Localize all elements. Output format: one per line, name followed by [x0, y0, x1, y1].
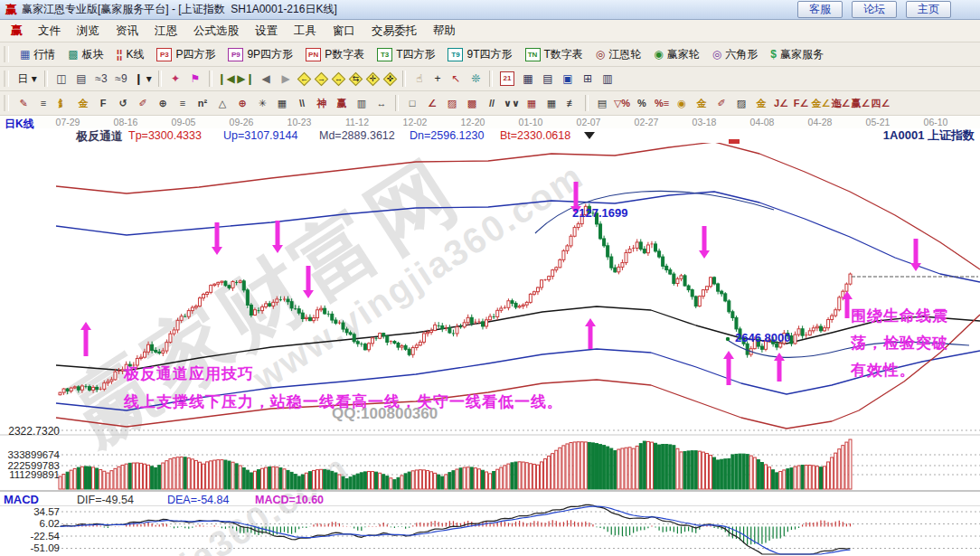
menu-item-settings[interactable]: 设置 — [247, 24, 286, 39]
draw-tool-13[interactable]: ✳ — [252, 94, 272, 112]
sectors-button[interactable]: ▩板块 — [61, 44, 109, 64]
draw-tool-6[interactable]: ↺ — [113, 94, 133, 112]
draw-tool-19[interactable]: ↔ — [372, 94, 391, 112]
menu-item-gann[interactable]: 江恩 — [146, 24, 185, 39]
9p-square-button[interactable]: P99P四方形 — [221, 44, 299, 64]
draw-tool-7[interactable]: ✐ — [133, 94, 153, 112]
shift-left-button[interactable]: ← — [297, 72, 311, 86]
draw-tool-12[interactable]: ⊕ — [232, 94, 252, 112]
calculator-button[interactable]: ▦ — [518, 70, 538, 88]
save-button[interactable]: ▣ — [558, 70, 578, 88]
draw-tool-21[interactable]: □ — [402, 94, 422, 112]
forum-button[interactable]: 论坛 — [852, 1, 897, 18]
menu-item-window[interactable]: 窗口 — [325, 24, 363, 39]
menu-item-formula-picker[interactable]: 公式选股 — [185, 24, 247, 39]
draw-tool-5[interactable]: F — [93, 94, 113, 112]
draw-tool-27[interactable]: ▦ — [522, 94, 542, 112]
draw-tool-36[interactable]: 金 — [692, 94, 711, 112]
draw-tool-15[interactable]: \\ — [292, 94, 312, 112]
wave-3-button[interactable]: ≈3 — [91, 70, 111, 88]
zoom-reset-button[interactable]: ✛ — [366, 72, 380, 86]
prev-bar-button[interactable]: ◀ — [256, 70, 276, 88]
t-square-button[interactable]: T3T四方形 — [371, 44, 441, 64]
draw-tool-28[interactable]: ▦ — [542, 94, 561, 112]
p-square-button[interactable]: P3P四方形 — [150, 44, 221, 64]
winner-wheel-button[interactable]: ◉赢家轮 — [647, 44, 705, 64]
menu-item-file[interactable]: 文件 — [30, 24, 69, 39]
draw-tool-39[interactable]: 金 — [751, 94, 771, 112]
color-kline-button[interactable]: ⚑ — [185, 70, 205, 88]
next-bar-button[interactable]: ▶ — [276, 70, 296, 88]
draw-tool-43[interactable]: 迤∠ — [831, 94, 851, 112]
draw-tool-14[interactable]: ▦ — [272, 94, 292, 112]
draw-tool-37[interactable]: ✐ — [711, 94, 731, 112]
draw-tool-42[interactable]: 金∠ — [811, 94, 831, 112]
draw-tool-2[interactable]: ≡ — [33, 94, 53, 112]
quotes-button[interactable]: ▦行情 — [14, 44, 61, 64]
wave-9-button[interactable]: ≈9 — [111, 70, 131, 88]
notepad-button[interactable]: ▤ — [538, 70, 558, 88]
draw-tool-29[interactable]: ≢ — [561, 94, 581, 112]
info-list-button[interactable]: ▤ — [71, 70, 91, 88]
mind-map-button[interactable]: ❊ — [466, 70, 485, 88]
draw-tool-33[interactable]: % — [632, 94, 652, 112]
draw-tool-45[interactable]: 四∠ — [871, 94, 890, 112]
pointer-button[interactable]: ↖ — [446, 70, 466, 88]
hexagon-button[interactable]: ◎六角形 — [706, 44, 764, 64]
zoom-fit-button[interactable]: ✜ — [383, 72, 397, 86]
calendar-button[interactable]: 21 — [500, 71, 514, 86]
draw-tool-25[interactable]: // — [482, 94, 502, 112]
macd-indicator-label[interactable]: MACD — [4, 493, 39, 506]
draw-tool-23[interactable]: ▨ — [442, 94, 462, 112]
draw-tool-40[interactable]: J∠ — [771, 94, 791, 112]
menu-item-trade-entrust[interactable]: 交易委托 — [363, 24, 425, 39]
winner-service-button[interactable]: $赢家服务 — [764, 44, 830, 64]
draw-tool-3[interactable]: 釒 — [53, 94, 73, 112]
first-bar-button[interactable]: ❙◀ — [216, 70, 236, 88]
draw-tool-38[interactable]: ▨ — [731, 94, 751, 112]
draw-tool-8[interactable]: ⊕ — [153, 94, 173, 112]
draw-tool-1[interactable]: ✎ — [14, 94, 33, 112]
gann-wheel-button[interactable]: ◎江恩轮 — [589, 44, 647, 64]
draw-tool-17[interactable]: 赢 — [332, 94, 352, 112]
home-button[interactable]: 主页 — [906, 1, 951, 18]
trend-indicator-button[interactable]: ✦ — [165, 70, 185, 88]
draw-tool-31[interactable]: ▤ — [592, 94, 612, 112]
menu-item-browse[interactable]: 浏览 — [69, 24, 108, 39]
draw-tool-34[interactable]: %≡ — [652, 94, 672, 112]
window-layout-button[interactable]: ◫ — [52, 70, 71, 88]
hand-drag-button[interactable]: ☝ — [410, 70, 429, 88]
menu-item-tools[interactable]: 工具 — [286, 24, 325, 39]
chart-canvas[interactable]: 赢家财富网www.yingjia360.comwww.yingjia360.co… — [0, 127, 980, 556]
bar-style-button[interactable]: ❙ ▾ — [131, 70, 155, 88]
draw-tool-32[interactable]: ▽% — [612, 94, 632, 112]
draw-tool-24[interactable]: ▩ — [462, 94, 482, 112]
volume-bar — [504, 466, 506, 489]
stretch-horizontal-button[interactable]: ↔ — [332, 72, 345, 86]
draw-tool-26[interactable]: ∨∨ — [502, 94, 522, 112]
draw-tool-10[interactable]: n² — [193, 94, 212, 112]
p-number-table-button[interactable]: PNP数字表 — [299, 44, 371, 64]
menu-item-help[interactable]: 帮助 — [425, 24, 464, 39]
draw-tool-22[interactable]: ∠ — [422, 94, 442, 112]
draw-tool-11[interactable]: △ — [212, 94, 232, 112]
print-button[interactable]: ▥ — [598, 70, 617, 88]
draw-tool-18[interactable]: ▥ — [352, 94, 372, 112]
draw-tool-35[interactable]: ◉ — [672, 94, 692, 112]
customer-service-button[interactable]: 客服 — [797, 1, 843, 18]
period-day-button[interactable]: 日 ▾ — [14, 70, 41, 88]
last-bar-button[interactable]: ▶❙ — [236, 70, 256, 88]
crosshair-button[interactable]: + — [429, 70, 446, 88]
menu-item-news[interactable]: 资讯 — [108, 24, 146, 39]
draw-tool-9[interactable]: ≡ — [173, 94, 193, 112]
t-number-table-button[interactable]: TNT数字表 — [519, 44, 589, 64]
draw-tool-4[interactable]: 金 — [73, 94, 93, 112]
export-button[interactable]: ⊞ — [578, 70, 598, 88]
9t-square-button[interactable]: T99T四方形 — [441, 44, 518, 64]
draw-tool-16[interactable]: 神 — [312, 94, 332, 112]
kline-button[interactable]: ¦¦K线 — [110, 44, 151, 64]
draw-tool-41[interactable]: F∠ — [791, 94, 811, 112]
shift-right-button[interactable]: → — [315, 72, 328, 86]
draw-tool-44[interactable]: 赢∠ — [851, 94, 871, 112]
compress-horizontal-button[interactable]: ⇆ — [349, 72, 363, 86]
